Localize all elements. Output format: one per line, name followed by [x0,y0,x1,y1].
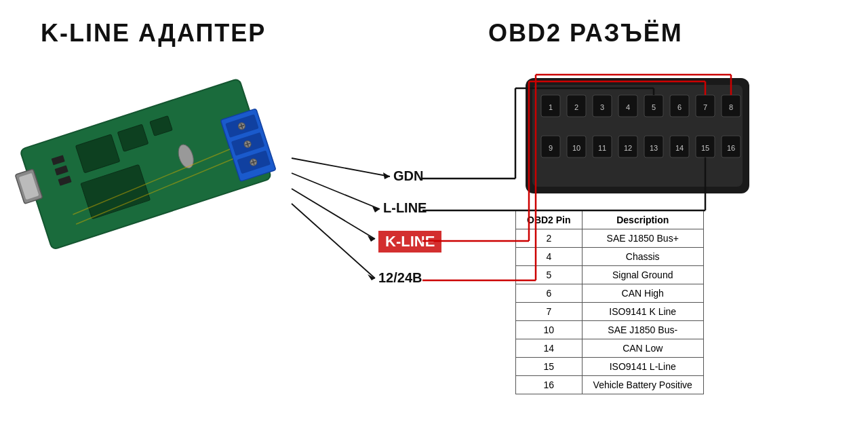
svg-text:6: 6 [677,103,682,111]
svg-rect-59 [722,136,741,157]
label-gdn: GDN [393,168,423,184]
svg-rect-55 [618,136,637,157]
svg-rect-6 [81,164,151,219]
svg-rect-11 [220,109,276,181]
svg-text:11: 11 [598,144,606,152]
svg-line-17 [241,124,242,129]
table-row: 16Vehicle Battery Positive [516,376,704,394]
title-right: OBD2 РАЗЪЁМ [488,19,683,48]
svg-text:8: 8 [729,103,733,111]
table-row: 4Chassis [516,248,704,266]
table-cell-pin: 4 [516,248,583,266]
table-row: 15ISO9141 L-Line [516,358,704,376]
table-row: 5Signal Ground [516,266,704,284]
svg-text:10: 10 [572,144,580,152]
svg-rect-4 [117,124,148,151]
table-row: 7ISO9141 K Line [516,303,704,321]
table-row: 14CAN Low [516,339,704,358]
svg-rect-0 [20,78,271,249]
svg-text:9: 9 [549,144,553,152]
svg-rect-37 [567,95,586,117]
svg-rect-7 [52,155,65,165]
table-cell-pin: 14 [516,339,583,358]
svg-text:5: 5 [652,103,656,111]
svg-text:4: 4 [626,103,630,111]
table-cell-pin: 6 [516,284,583,303]
obd-table: OBD2 Pin Description 2SAE J1850 Bus+4Cha… [515,210,704,394]
svg-rect-14 [237,150,271,174]
svg-text:1: 1 [549,103,553,111]
table-cell-pin: 2 [516,229,583,248]
svg-rect-36 [541,95,560,117]
svg-text:16: 16 [727,144,735,152]
table-cell-desc: Vehicle Battery Positive [582,376,703,394]
svg-line-24 [68,149,234,214]
table-cell-desc: Signal Ground [582,266,703,284]
label-lline: L-LINE [383,200,427,216]
svg-line-28 [292,173,380,209]
svg-rect-1 [15,169,43,204]
svg-point-18 [243,140,252,149]
svg-rect-38 [593,95,612,117]
table-header-pin: OBD2 Pin [516,211,583,229]
svg-rect-39 [618,95,637,117]
table-cell-desc: SAE J1850 Bus+ [582,229,703,248]
svg-rect-34 [526,78,749,193]
svg-rect-8 [55,166,68,176]
svg-marker-29 [372,206,380,212]
svg-point-21 [249,158,258,167]
label-power: 12/24В [378,270,422,286]
svg-point-10 [176,143,196,170]
svg-text:13: 13 [650,144,658,152]
svg-marker-27 [383,172,390,179]
table-cell-pin: 5 [516,266,583,284]
svg-rect-43 [722,95,741,117]
label-kline: K-LINE [378,231,441,253]
svg-point-15 [237,122,246,130]
svg-rect-56 [644,136,663,157]
table-cell-pin: 15 [516,358,583,376]
svg-text:14: 14 [675,144,684,152]
svg-rect-53 [567,136,586,157]
title-left: K-LINE АДАПТЕР [41,19,266,48]
svg-text:3: 3 [600,103,604,111]
svg-text:12: 12 [624,144,632,152]
svg-marker-33 [368,274,375,280]
svg-line-22 [251,162,256,163]
svg-rect-40 [644,95,663,117]
svg-line-32 [292,204,375,278]
svg-rect-35 [532,85,743,187]
table-cell-desc: SAE J1850 Bus- [582,321,703,339]
svg-rect-58 [696,136,715,157]
svg-rect-3 [75,134,119,173]
svg-rect-12 [225,114,259,138]
table-row: 10SAE J1850 Bus- [516,321,704,339]
svg-rect-13 [231,132,265,156]
svg-rect-54 [593,136,612,157]
table-cell-desc: CAN High [582,284,703,303]
svg-rect-5 [150,116,172,136]
table-cell-pin: 7 [516,303,583,321]
svg-text:7: 7 [703,103,707,111]
table-cell-pin: 16 [516,376,583,394]
table-cell-desc: ISO9141 K Line [582,303,703,321]
svg-rect-42 [696,95,715,117]
svg-rect-52 [541,136,560,157]
table-cell-desc: Chassis [582,248,703,266]
svg-text:2: 2 [574,103,578,111]
svg-line-19 [245,143,250,145]
svg-line-30 [292,189,375,239]
svg-line-16 [239,125,245,126]
svg-line-20 [247,142,248,147]
svg-line-23 [253,160,254,165]
svg-rect-57 [670,136,689,157]
svg-marker-31 [368,236,375,242]
table-row: 2SAE J1850 Bus+ [516,229,704,248]
svg-rect-41 [670,95,689,117]
table-cell-desc: CAN Low [582,339,703,358]
table-header-desc: Description [582,211,703,229]
svg-rect-2 [19,173,39,200]
svg-rect-9 [58,176,71,186]
table-cell-pin: 10 [516,321,583,339]
table-cell-desc: ISO9141 L-Line [582,358,703,376]
